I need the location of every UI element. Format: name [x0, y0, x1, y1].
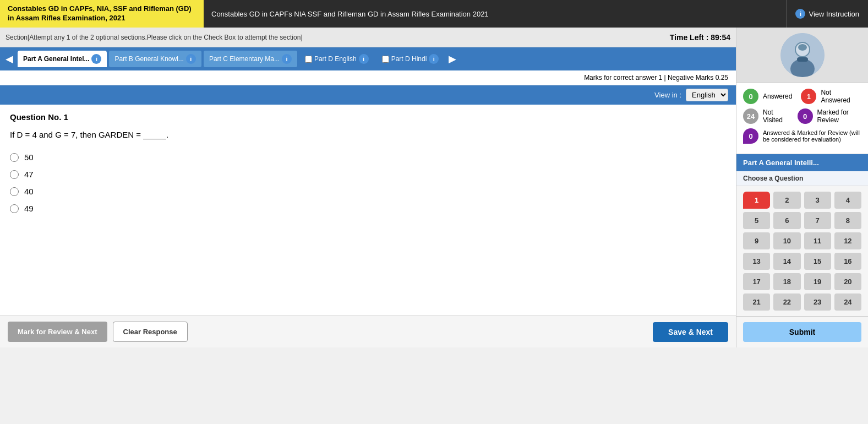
avatar-svg [780, 33, 825, 77]
legend-not-visited: 24 Not Visited 0 Marked for Review [743, 108, 861, 124]
legend-answered-marked-label: Answered & Marked for Review (will be co… [763, 129, 861, 143]
option-49[interactable]: 49 [10, 204, 726, 213]
question-number-btn-23[interactable]: 23 [804, 293, 831, 311]
view-instruction-label: View Instruction [809, 10, 859, 18]
question-number-btn-4[interactable]: 4 [834, 192, 861, 209]
question-number-btn-5[interactable]: 5 [743, 212, 770, 229]
mark-review-btn[interactable]: Mark for Review & Next [8, 322, 107, 342]
question-number-btn-11[interactable]: 11 [804, 232, 831, 249]
tab-part-a[interactable]: Part A General Intel... i [18, 51, 107, 67]
left-panel: Section[Attempt any 1 of the 2 optional … [0, 28, 736, 347]
badge-not-answered: 1 [801, 89, 816, 104]
question-number-btn-20[interactable]: 20 [834, 273, 861, 290]
choose-question-bar: Choose a Question [736, 171, 868, 186]
badge-answered-marked: 0 [743, 128, 758, 144]
tab-part-d-english-info: i [359, 54, 369, 64]
question-number-btn-1[interactable]: 1 [743, 192, 770, 209]
question-number-btn-14[interactable]: 14 [773, 253, 800, 270]
avatar-box [736, 28, 868, 83]
question-number: Question No. 1 [10, 112, 726, 122]
question-number-btn-2[interactable]: 2 [773, 192, 800, 209]
option-49-radio[interactable] [10, 204, 19, 213]
legend-answered-label: Answered [763, 93, 792, 100]
tab-bar: ◀ Part A General Intel... i Part B Gener… [0, 47, 736, 70]
question-number-btn-16[interactable]: 16 [834, 253, 861, 270]
info-icon: i [795, 9, 805, 19]
time-left-label: Time Left : [670, 33, 709, 42]
option-40-label: 40 [24, 187, 34, 196]
avatar [780, 33, 825, 77]
question-number-btn-13[interactable]: 13 [743, 253, 770, 270]
legend-not-visited-label: Not Visited [763, 108, 789, 124]
tab-part-d-hindi-info: i [429, 54, 439, 64]
tab-part-d-english-text: Part D English [314, 55, 357, 63]
marks-bar: Marks for correct answer 1 | Negative Ma… [0, 70, 736, 85]
time-left: Time Left : 89:54 [670, 33, 730, 42]
option-47-radio[interactable] [10, 170, 19, 179]
top-header: Constables GD in CAPFs, NIA, SSF and Rif… [0, 0, 868, 28]
question-number-btn-21[interactable]: 21 [743, 293, 770, 311]
time-left-value: 89:54 [711, 33, 730, 42]
section-label-text: Part A General Intelli... [743, 159, 819, 167]
svg-point-5 [798, 44, 807, 51]
section-text: Section[Attempt any 1 of the 2 optional … [6, 34, 303, 41]
legend-marked-label: Marked for Review [817, 108, 861, 124]
tab-next-btn[interactable]: ▶ [446, 53, 458, 65]
question-text: If D = 4 and G = 7, then GARDEN = _____. [10, 128, 726, 142]
option-47-label: 47 [24, 170, 34, 179]
badge-not-visited: 24 [743, 108, 758, 124]
question-number-btn-12[interactable]: 12 [834, 232, 861, 249]
sub-title: Constables GD in CAPFs NIA SSF and Rifle… [211, 10, 489, 18]
view-in-select[interactable]: English Hindi [686, 89, 728, 101]
svg-rect-3 [797, 57, 808, 62]
question-grid: 123456789101112131415161718192021222324 [736, 186, 868, 316]
exam-title-box: Constables GD in CAPFs, NIA, SSF and Rif… [0, 0, 204, 28]
tab-part-c-info: i [282, 54, 292, 64]
bottom-bar: Mark for Review & Next Clear Response Sa… [0, 316, 736, 347]
option-50-radio[interactable] [10, 153, 19, 162]
view-in-bar: View in : English Hindi [0, 85, 736, 105]
submit-btn[interactable]: Submit [743, 322, 861, 342]
section-bar: Section[Attempt any 1 of the 2 optional … [0, 28, 736, 47]
tab-part-a-info: i [91, 54, 101, 64]
question-number-btn-3[interactable]: 3 [804, 192, 831, 209]
tab-part-b[interactable]: Part B General Knowl... i [109, 51, 201, 67]
save-next-btn[interactable]: Save & Next [653, 322, 728, 342]
option-40[interactable]: 40 [10, 187, 726, 196]
question-number-btn-18[interactable]: 18 [773, 273, 800, 290]
tab-part-d-hindi-label[interactable]: Part D Hindi i [376, 51, 445, 67]
tab-part-a-label: Part A General Intel... [23, 55, 89, 63]
tab-part-d-hindi-checkbox[interactable] [382, 56, 389, 63]
question-number-btn-17[interactable]: 17 [743, 273, 770, 290]
question-number-btn-8[interactable]: 8 [834, 212, 861, 229]
option-40-radio[interactable] [10, 187, 19, 196]
badge-marked: 0 [798, 108, 813, 124]
tab-part-c[interactable]: Part C Elementary Ma... i [204, 51, 297, 67]
legend-answered-marked: 0 Answered & Marked for Review (will be … [743, 128, 861, 144]
tab-part-b-info: i [186, 54, 196, 64]
option-50[interactable]: 50 [10, 153, 726, 162]
tab-prev-btn[interactable]: ◀ [3, 53, 15, 65]
option-47[interactable]: 47 [10, 170, 726, 179]
tab-part-d-english-label[interactable]: Part D English i [299, 51, 374, 67]
tab-part-b-label: Part B General Knowl... [114, 55, 183, 63]
question-number-btn-24[interactable]: 24 [834, 293, 861, 311]
tab-part-c-label: Part C Elementary Ma... [209, 55, 280, 63]
legend-not-answered-label: Not Answered [821, 89, 861, 104]
question-number-btn-10[interactable]: 10 [773, 232, 800, 249]
question-number-btn-6[interactable]: 6 [773, 212, 800, 229]
tab-part-d-english-checkbox[interactable] [305, 56, 312, 63]
question-number-btn-22[interactable]: 22 [773, 293, 800, 311]
question-number-btn-15[interactable]: 15 [804, 253, 831, 270]
section-label-bar: Part A General Intelli... [736, 154, 868, 171]
options-list: 50 47 40 49 [10, 153, 726, 213]
tab-part-d-hindi-text: Part D Hindi [391, 55, 427, 63]
option-50-label: 50 [24, 153, 34, 162]
question-number-btn-19[interactable]: 19 [804, 273, 831, 290]
view-instruction-btn[interactable]: i View Instruction [786, 0, 868, 28]
question-number-btn-9[interactable]: 9 [743, 232, 770, 249]
question-number-btn-7[interactable]: 7 [804, 212, 831, 229]
clear-response-btn[interactable]: Clear Response [113, 322, 188, 342]
choose-question-text: Choose a Question [743, 175, 803, 182]
marks-text: Marks for correct answer 1 | Negative Ma… [584, 74, 728, 81]
